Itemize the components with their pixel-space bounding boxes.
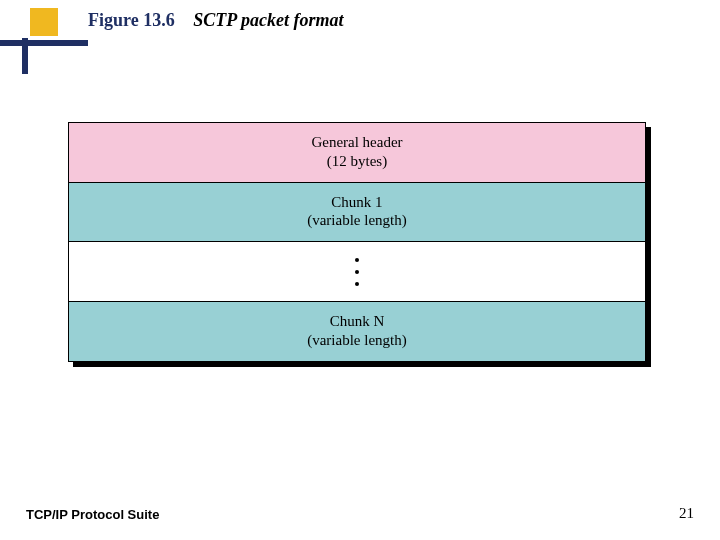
figure-number: Figure 13.6 (88, 10, 175, 30)
navy-bar-vertical (22, 38, 28, 74)
ellipsis-dot-icon (355, 282, 359, 286)
figure-caption: SCTP packet format (193, 10, 343, 30)
slide-corner-decoration (0, 0, 100, 80)
packet-chunk-1: Chunk 1 (variable length) (69, 182, 645, 242)
ellipsis-dot-icon (355, 258, 359, 262)
general-header-size: (12 bytes) (327, 153, 387, 169)
chunkN-label: Chunk N (330, 313, 385, 329)
general-header-label: General header (311, 134, 402, 150)
chunkN-size: (variable length) (307, 332, 407, 348)
figure-title: Figure 13.6 SCTP packet format (88, 10, 344, 31)
page-number: 21 (679, 505, 694, 522)
packet-general-header: General header (12 bytes) (69, 123, 645, 182)
navy-bar-horizontal (0, 40, 88, 46)
chunk1-label: Chunk 1 (331, 194, 382, 210)
footer-suite-label: TCP/IP Protocol Suite (26, 507, 159, 522)
gold-square-icon (30, 8, 58, 36)
ellipsis-dot-icon (355, 270, 359, 274)
packet-ellipsis (69, 241, 645, 301)
packet-table: General header (12 bytes) Chunk 1 (varia… (68, 122, 646, 362)
chunk1-size: (variable length) (307, 212, 407, 228)
packet-chunk-n: Chunk N (variable length) (69, 301, 645, 361)
packet-diagram: General header (12 bytes) Chunk 1 (varia… (68, 122, 646, 362)
